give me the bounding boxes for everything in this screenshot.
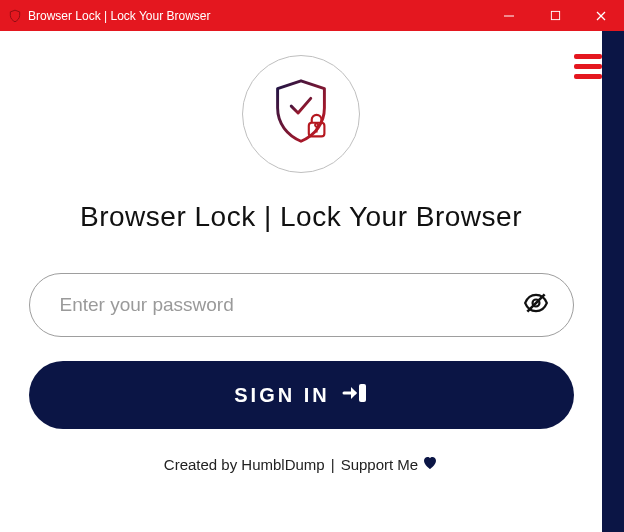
main-panel: Browser Lock | Lock Your Browser SIGN IN bbox=[0, 31, 602, 532]
window-title: Browser Lock | Lock Your Browser bbox=[28, 9, 211, 23]
heart-icon bbox=[422, 455, 438, 474]
page-title: Browser Lock | Lock Your Browser bbox=[80, 201, 522, 233]
titlebar: Browser Lock | Lock Your Browser bbox=[0, 0, 624, 31]
password-input[interactable] bbox=[60, 294, 523, 316]
logo-circle bbox=[242, 55, 360, 173]
password-field-wrap bbox=[29, 273, 574, 337]
maximize-button[interactable] bbox=[532, 0, 578, 31]
shield-lock-icon bbox=[262, 73, 340, 155]
footer: Created by HumblDump | Support Me bbox=[164, 455, 438, 474]
created-by-text: Created by HumblDump bbox=[164, 456, 325, 473]
toggle-password-visibility-button[interactable] bbox=[523, 290, 549, 320]
body: Browser Lock | Lock Your Browser SIGN IN bbox=[0, 31, 624, 532]
sign-in-label: SIGN IN bbox=[234, 384, 329, 407]
support-me-link[interactable]: Support Me bbox=[341, 456, 419, 473]
eye-off-icon bbox=[523, 290, 549, 320]
app-icon bbox=[8, 9, 22, 23]
minimize-button[interactable] bbox=[486, 0, 532, 31]
content: Browser Lock | Lock Your Browser SIGN IN bbox=[0, 31, 602, 474]
right-sidebar bbox=[602, 31, 624, 532]
hamburger-menu-button[interactable] bbox=[574, 49, 602, 84]
svg-rect-7 bbox=[359, 384, 366, 402]
svg-rect-1 bbox=[551, 11, 559, 19]
sign-in-button[interactable]: SIGN IN bbox=[29, 361, 574, 429]
sign-in-arrow-icon bbox=[342, 381, 368, 410]
close-button[interactable] bbox=[578, 0, 624, 31]
footer-separator: | bbox=[331, 456, 335, 473]
